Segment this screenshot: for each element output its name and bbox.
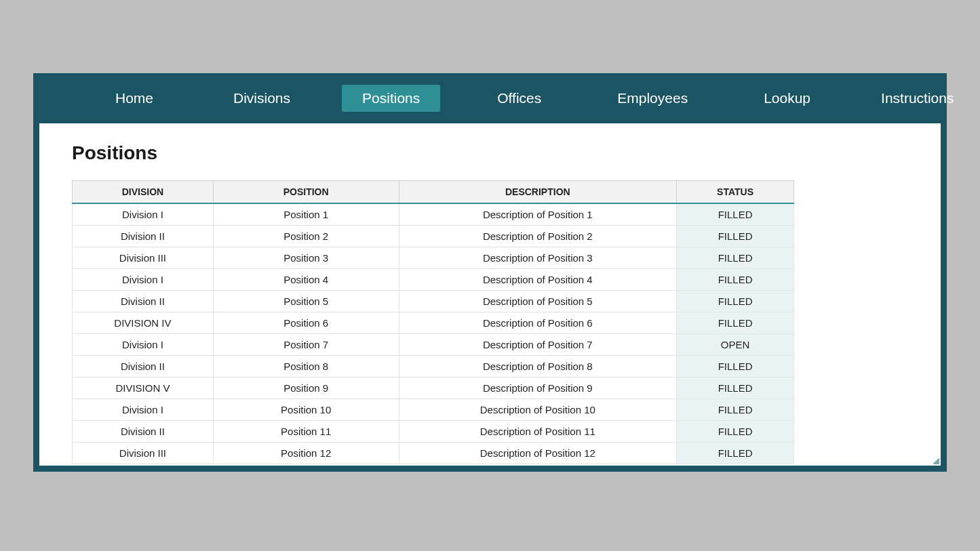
cell-position: Position 4 [213,269,399,291]
cell-status: FILLED [677,421,794,443]
cell-status: FILLED [677,377,794,399]
cell-division: Division III [73,443,214,464]
cell-position: Position 8 [213,356,399,377]
cell-status: FILLED [677,269,794,291]
cell-status: FILLED [677,399,794,421]
nav-offices[interactable]: Offices [477,85,562,112]
cell-position: Position 3 [213,247,399,269]
col-status[interactable]: STATUS [677,181,794,204]
cell-status: FILLED [677,356,794,377]
table-row[interactable]: Division IPosition 4Description of Posit… [73,269,794,291]
cell-description: Description of Position 8 [399,356,677,377]
table-header-row: DIVISION POSITION DESCRIPTION STATUS [73,181,794,204]
cell-division: Division I [73,334,214,356]
cell-division: Division II [73,226,214,247]
cell-position: Position 12 [213,443,399,464]
cell-division: Division II [73,356,214,377]
cell-description: Description of Position 6 [399,312,677,334]
cell-status: FILLED [677,312,794,334]
nav-home[interactable]: Home [95,85,174,112]
nav-divisions[interactable]: Divisions [213,85,311,112]
cell-position: Position 9 [213,377,399,399]
nav-instructions[interactable]: Instructions [861,85,974,112]
col-division[interactable]: DIVISION [73,181,214,204]
cell-status: FILLED [677,203,794,226]
nav-lookup[interactable]: Lookup [743,85,831,112]
cell-description: Description of Position 10 [399,399,677,421]
table-row[interactable]: DIVISION IVPosition 6Description of Posi… [73,312,794,334]
cell-status: FILLED [677,226,794,247]
table-row[interactable]: Division IIIPosition 3Description of Pos… [73,247,794,269]
top-nav: Home Divisions Positions Offices Employe… [39,73,941,123]
cell-status: FILLED [677,247,794,269]
cell-status: FILLED [677,443,794,464]
app-frame: Home Divisions Positions Offices Employe… [33,73,947,472]
cell-position: Position 1 [213,203,399,226]
cell-position: Position 11 [213,421,399,443]
cell-status: FILLED [677,291,794,312]
cell-division: Division I [73,203,214,226]
nav-employees[interactable]: Employees [597,85,708,112]
col-description[interactable]: DESCRIPTION [399,181,677,204]
cell-description: Description of Position 4 [399,269,677,291]
cell-position: Position 5 [213,291,399,312]
cell-position: Position 2 [213,226,399,247]
resize-handle-icon[interactable] [933,457,939,464]
cell-division: Division II [73,291,214,312]
page-title: Positions [72,142,908,164]
cell-position: Position 10 [213,399,399,421]
cell-description: Description of Position 7 [399,334,677,356]
nav-items: Home Divisions Positions Offices Employe… [95,85,974,112]
cell-position: Position 6 [213,312,399,334]
cell-division: DIVISION V [73,377,214,399]
content-panel: Positions DIVISION POSITION DESCRIPTION … [39,123,941,466]
cell-description: Description of Position 12 [399,443,677,464]
table-row[interactable]: Division IIPosition 8Description of Posi… [73,356,794,377]
table-row[interactable]: Division IIPosition 2Description of Posi… [73,226,794,247]
positions-table: DIVISION POSITION DESCRIPTION STATUS Div… [72,180,794,464]
table-row[interactable]: Division IPosition 1Description of Posit… [73,203,794,226]
cell-description: Description of Position 9 [399,377,677,399]
cell-division: Division III [73,247,214,269]
cell-division: Division II [73,421,214,443]
cell-description: Description of Position 2 [399,226,677,247]
cell-position: Position 7 [213,334,399,356]
app-logo-icon [54,87,58,110]
cell-description: Description of Position 11 [399,421,677,443]
table-row[interactable]: Division IIPosition 11Description of Pos… [73,421,794,443]
cell-description: Description of Position 1 [399,203,677,226]
table-row[interactable]: DIVISION VPosition 9Description of Posit… [73,377,794,399]
cell-description: Description of Position 5 [399,291,677,312]
cell-description: Description of Position 3 [399,247,677,269]
table-row[interactable]: Division IPosition 10Description of Posi… [73,399,794,421]
cell-division: Division I [73,399,214,421]
cell-status: OPEN [677,334,794,356]
table-row[interactable]: Division IPosition 7Description of Posit… [73,334,794,356]
table-row[interactable]: Division IIIPosition 12Description of Po… [73,443,794,464]
col-position[interactable]: POSITION [213,181,399,204]
cell-division: Division I [73,269,214,291]
cell-division: DIVISION IV [73,312,214,334]
nav-positions[interactable]: Positions [342,85,440,112]
table-row[interactable]: Division IIPosition 5Description of Posi… [73,291,794,312]
